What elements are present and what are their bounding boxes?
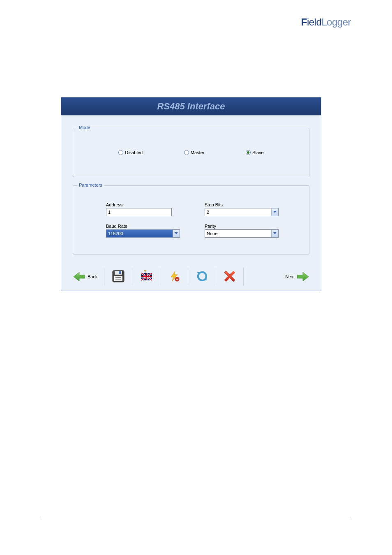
chevron-down-icon — [173, 230, 180, 237]
parameters-groupbox: Parameters Address Stop Bits 2 — [73, 185, 309, 254]
app-window: RS485 Interface Mode Disabled Master Sla… — [61, 97, 321, 291]
svg-rect-5 — [115, 279, 121, 280]
next-label: Next — [285, 274, 295, 279]
parity-select[interactable]: None — [205, 229, 279, 238]
parameters-grid: Address Stop Bits 2 Baud Rate 115 — [106, 202, 288, 238]
parity-label: Parity — [205, 224, 287, 229]
quick-config-button[interactable] — [160, 268, 188, 286]
svg-rect-1 — [115, 271, 122, 275]
radio-master-label: Master — [191, 150, 205, 155]
window-title-bar: RS485 Interface — [61, 97, 321, 116]
chevron-down-icon — [271, 208, 278, 216]
radio-slave-label: Slave — [252, 150, 264, 155]
next-button[interactable]: Next — [284, 271, 309, 283]
radio-master[interactable]: Master — [184, 150, 205, 155]
brand-part2: ield — [307, 16, 321, 28]
radio-slave[interactable]: Slave — [246, 150, 264, 155]
mode-radio-row: Disabled Master Slave — [85, 150, 297, 155]
svg-rect-12 — [141, 276, 152, 277]
svg-rect-3 — [114, 276, 122, 281]
radio-icon — [184, 150, 189, 155]
language-button[interactable] — [132, 268, 160, 286]
refresh-icon — [196, 271, 208, 283]
floppy-save-icon — [112, 270, 125, 283]
svg-rect-4 — [115, 277, 121, 278]
window-title: RS485 Interface — [157, 101, 225, 112]
baudrate-select[interactable]: 115200 — [106, 229, 180, 238]
address-input[interactable] — [106, 208, 172, 216]
baudrate-value: 115200 — [106, 230, 173, 237]
red-x-icon — [224, 271, 235, 282]
radio-disabled[interactable]: Disabled — [118, 150, 143, 155]
svg-rect-2 — [119, 271, 121, 274]
parity-value: None — [205, 230, 271, 237]
svg-rect-14 — [176, 279, 178, 280]
stopbits-label: Stop Bits — [205, 202, 287, 207]
content-area: Mode Disabled Master Slave Parameters — [61, 116, 321, 268]
baudrate-field: Baud Rate 115200 — [106, 224, 188, 238]
stopbits-select[interactable]: 2 — [205, 208, 279, 216]
radio-disabled-label: Disabled — [125, 150, 143, 155]
mode-legend: Mode — [77, 125, 92, 130]
brand-part3: Logger — [321, 16, 351, 28]
address-label: Address — [106, 202, 188, 207]
save-button[interactable] — [104, 268, 132, 286]
toolbar — [104, 268, 279, 286]
radio-icon — [118, 150, 123, 155]
next-arrow-icon — [297, 272, 309, 281]
back-label: Back — [88, 274, 97, 279]
brand-part1: F — [301, 16, 307, 28]
cancel-button[interactable] — [216, 268, 244, 286]
stopbits-value: 2 — [205, 208, 271, 216]
lightning-icon — [168, 271, 180, 283]
svg-point-7 — [144, 270, 146, 271]
brand-logo: FieldLogger — [301, 16, 351, 28]
parameters-legend: Parameters — [77, 183, 104, 187]
mode-groupbox: Mode Disabled Master Slave — [73, 128, 309, 177]
stopbits-field: Stop Bits 2 — [205, 202, 287, 216]
back-button[interactable]: Back — [73, 271, 98, 283]
back-arrow-icon — [74, 272, 85, 281]
radio-icon — [246, 150, 251, 155]
footer-divider — [41, 519, 351, 519]
parity-field: Parity None — [205, 224, 287, 238]
bottom-bar: Back — [61, 268, 321, 291]
address-field: Address — [106, 202, 188, 216]
refresh-button[interactable] — [188, 268, 216, 286]
baudrate-label: Baud Rate — [106, 224, 188, 229]
chevron-down-icon — [271, 230, 278, 237]
uk-flag-icon — [140, 270, 153, 284]
